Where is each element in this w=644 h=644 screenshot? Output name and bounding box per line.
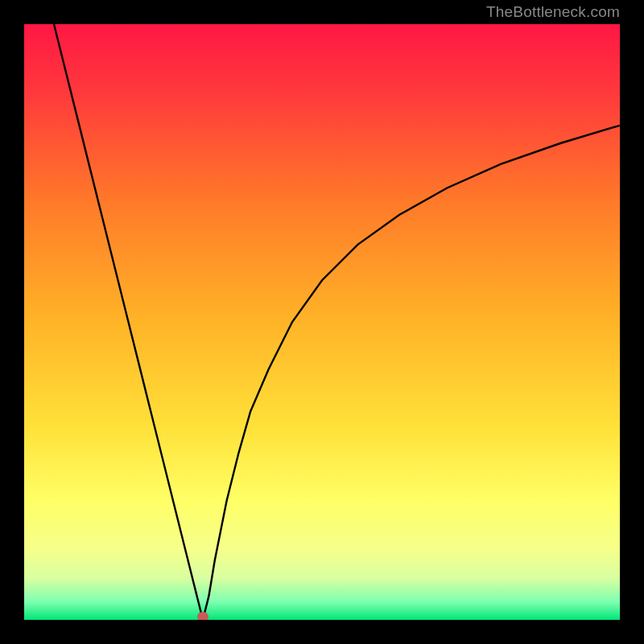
chart-svg (24, 24, 620, 620)
watermark-text: TheBottleneck.com (486, 3, 620, 21)
chart-frame: TheBottleneck.com (0, 0, 644, 644)
heatmap-background (24, 24, 620, 620)
plot-area (24, 24, 620, 620)
